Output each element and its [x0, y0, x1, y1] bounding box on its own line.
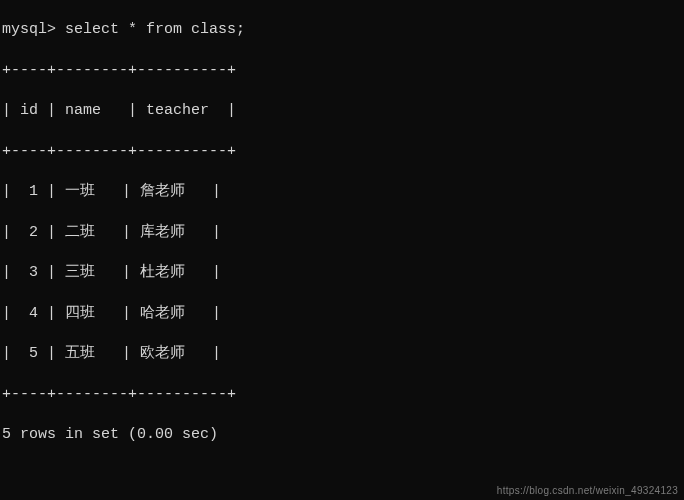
rows-in-set: 5 rows in set (0.00 sec): [2, 425, 682, 445]
table-header-row: | id | name | teacher |: [2, 101, 682, 121]
sql-query: select * from class;: [65, 21, 245, 38]
table-row: | 1 | 一班 | 詹老师 |: [2, 182, 682, 202]
col-teacher: teacher: [146, 102, 209, 119]
table-border: +----+--------+----------+: [2, 385, 682, 405]
table-row: | 2 | 二班 | 库老师 |: [2, 223, 682, 243]
table-border: +----+--------+----------+: [2, 61, 682, 81]
terminal-output: mysql> select * from class; +----+------…: [0, 0, 684, 500]
col-id: id: [20, 102, 38, 119]
table-row: | 4 | 四班 | 哈老师 |: [2, 304, 682, 324]
mysql-prompt: mysql>: [2, 21, 56, 38]
table-border: +----+--------+----------+: [2, 142, 682, 162]
watermark: https://blog.csdn.net/weixin_49324123: [497, 484, 678, 498]
table-row: | 3 | 三班 | 杜老师 |: [2, 263, 682, 283]
table-row: | 5 | 五班 | 欧老师 |: [2, 344, 682, 364]
col-name: name: [65, 102, 101, 119]
prompt-line-1[interactable]: mysql> select * from class;: [2, 20, 682, 40]
